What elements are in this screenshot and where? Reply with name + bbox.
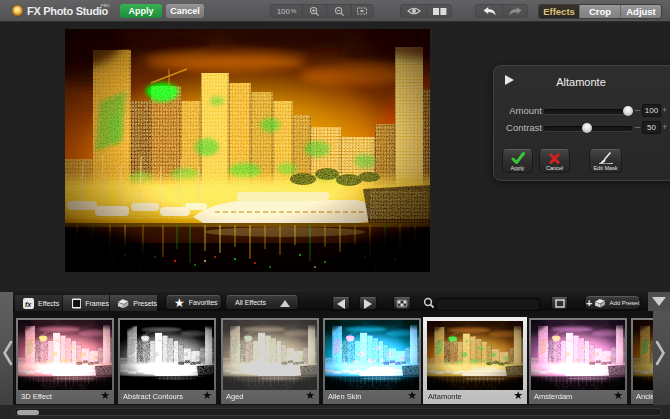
svg-text:fx: fx — [25, 300, 32, 307]
